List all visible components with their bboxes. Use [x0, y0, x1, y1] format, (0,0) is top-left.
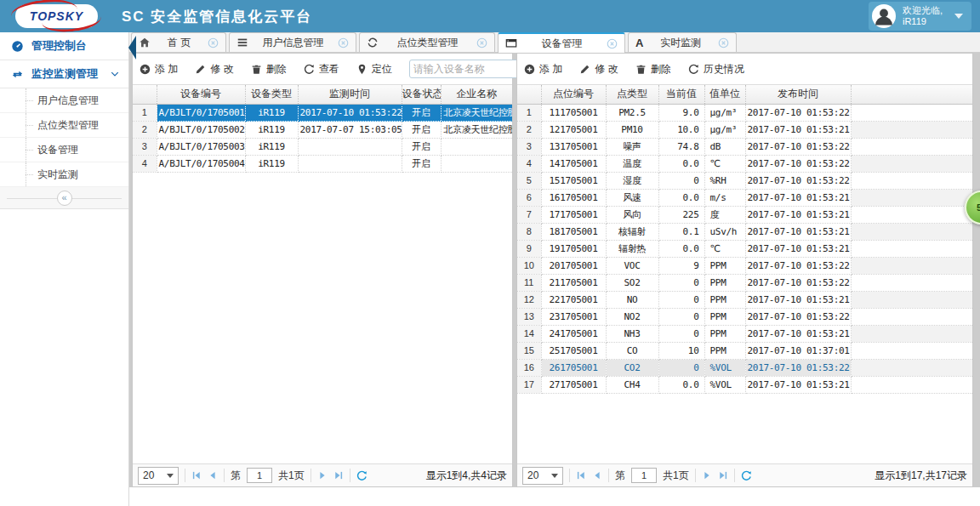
cell: 10.0 — [658, 121, 704, 138]
table-row[interactable]: 11211705001SO20PPM2017-07-10 01:53:22 — [517, 274, 972, 291]
table-row[interactable]: 1A/BJLT/0/1705001iR1192017-07-10 01:53:2… — [133, 104, 512, 121]
cell: 211705001 — [541, 274, 606, 291]
page-size-select[interactable]: 20 — [138, 467, 179, 485]
cell: 0.0 — [658, 189, 704, 206]
table-row[interactable]: 7171705001风向225度2017-07-10 01:53:21 — [517, 206, 972, 223]
cell: 171705001 — [541, 206, 606, 223]
tab-point-type[interactable]: 点位类型管理 — [359, 32, 495, 52]
user-dropdown-caret-icon[interactable] — [954, 14, 963, 19]
table-row[interactable]: 14241705001NH30PPM2017-07-10 01:53:21 — [517, 325, 972, 342]
table-row[interactable]: 9191705001辐射热0.0℃2017-07-10 01:53:21 — [517, 240, 972, 257]
tab-device[interactable]: 设备管理 — [498, 32, 625, 53]
user-menu[interactable]: 欢迎光临, iR119 — [869, 2, 971, 31]
tab-home[interactable]: 首 页 — [131, 32, 226, 52]
list-icon — [236, 37, 248, 48]
edit-button[interactable]: 修 改 — [195, 62, 233, 77]
device-search-input[interactable] — [413, 63, 522, 75]
table-row[interactable]: 5151705001湿度0%RH2017-07-10 01:53:22 — [517, 172, 972, 189]
prev-page-button[interactable] — [592, 470, 602, 480]
cell: 0.1 — [658, 223, 704, 240]
cell: 2017-07-10 01:53:22 — [745, 257, 851, 274]
table-row[interactable]: 12221705001NO0PPM2017-07-10 01:53:21 — [517, 291, 972, 308]
collapse-icon[interactable]: « — [57, 190, 72, 206]
cell: A/BJLT/0/1705004 — [157, 155, 245, 172]
table-row[interactable]: 8181705001核辐射0.1uSv/h2017-07-10 01:53:21 — [517, 223, 972, 240]
tab-close-icon[interactable] — [718, 37, 729, 48]
last-page-button[interactable] — [718, 470, 728, 480]
sidebar-item-device[interactable]: 设备管理 — [0, 138, 128, 162]
cell: 0 — [658, 291, 704, 308]
history-button[interactable]: 历史情况 — [688, 62, 744, 77]
cell: PM10 — [606, 121, 658, 138]
last-page-button[interactable] — [333, 470, 344, 480]
table-row[interactable]: 13231705001NO20PPM2017-07-10 01:53:22 — [517, 308, 972, 325]
content-area: 首 页 用户信息管理 点位类型管理 设备管理 A 实时监测 — [129, 32, 980, 506]
cell-filler — [851, 121, 972, 138]
locate-button[interactable]: 定位 — [356, 62, 392, 77]
cell: PM2.5 — [606, 104, 658, 121]
sidebar-group-console[interactable]: 管理控制台 — [0, 32, 128, 60]
cell: 251705001 — [541, 342, 606, 359]
table-row[interactable]: 17271705001CH40.0%VOL2017-07-10 01:53:21 — [517, 376, 972, 393]
delete-button[interactable]: 删除 — [635, 62, 671, 77]
refresh-icon[interactable] — [356, 470, 368, 481]
cell: iR119 — [245, 138, 298, 155]
table-row[interactable]: 6161705001风速0.0m/s2017-07-10 01:53:21 — [517, 189, 972, 206]
sidebar-collapse-row[interactable]: « — [0, 187, 128, 209]
table-row[interactable]: 1111705001PM2.59.0μg/m³2017-07-10 01:53:… — [517, 104, 972, 121]
first-page-button[interactable] — [576, 470, 586, 480]
cell: 2017-07-10 01:53:21 — [745, 376, 851, 393]
page-size-select[interactable]: 20 — [522, 467, 563, 485]
table-row[interactable]: 2121705001PM1010.0μg/m³2017-07-10 01:53:… — [517, 121, 972, 138]
prev-page-button[interactable] — [208, 470, 218, 480]
table-row[interactable]: 4A/BJLT/0/1705004iR119开启 — [133, 155, 512, 172]
cell: iR119 — [245, 121, 298, 138]
sidebar-collapse-arrow[interactable] — [128, 36, 136, 60]
table-row[interactable]: 3131705001噪声74.8dB2017-07-10 01:53:22 — [517, 138, 972, 155]
cell: 风向 — [606, 206, 658, 223]
tab-user-info[interactable]: 用户信息管理 — [229, 32, 356, 52]
cell: 2017-07-10 01:53:22 — [745, 155, 851, 172]
table-row[interactable]: 15251705001CO10PPM2017-07-10 01:37:01 — [517, 342, 972, 359]
tab-close-icon[interactable] — [208, 37, 219, 48]
cell: %RH — [704, 172, 745, 189]
view-button[interactable]: 查看 — [304, 62, 339, 77]
cell: PPM — [704, 274, 745, 291]
sidebar-item-point-type[interactable]: 点位类型管理 — [0, 113, 128, 138]
tab-close-icon[interactable] — [607, 38, 618, 49]
table-row[interactable]: 16261705001CO20%VOL2017-07-10 01:53:22 — [517, 359, 972, 376]
first-page-button[interactable] — [191, 470, 202, 480]
device-grid-area: 设备编号设备类型监测时间设备状态企业名称1A/BJLT/0/1705001iR1… — [133, 85, 512, 463]
cell: 181705001 — [541, 223, 606, 240]
delete-button[interactable]: 删除 — [251, 62, 287, 77]
cell: 2017-07-10 01:53:22 — [745, 172, 851, 189]
cell: 开启 — [402, 155, 441, 172]
sidebar-group-monitor[interactable]: 监控监测管理 — [0, 60, 128, 88]
add-button[interactable]: 添 加 — [140, 62, 178, 77]
sidebar-item-realtime[interactable]: 实时监测 — [0, 162, 128, 187]
sidebar-item-user-info[interactable]: 用户信息管理 — [0, 88, 128, 113]
page-number-input[interactable] — [247, 468, 272, 483]
row-number-header — [133, 85, 157, 104]
table-row[interactable]: 10201705001VOC9PPM2017-07-10 01:53:22 — [517, 257, 972, 274]
cell: 121705001 — [541, 121, 606, 138]
cell-filler — [851, 240, 972, 257]
page-number-input[interactable] — [631, 468, 657, 483]
sidebar: 管理控制台 监控监测管理 用户信息管理 点位类型管理 设备管理 实时监测 « — [0, 32, 129, 506]
cell-filler — [851, 308, 972, 325]
refresh-icon[interactable] — [741, 470, 752, 481]
table-row[interactable]: 3A/BJLT/0/1705003iR119开启 — [133, 138, 512, 155]
table-row[interactable]: 2A/BJLT/0/1705002iR1192017-07-07 15:03:0… — [133, 121, 512, 138]
edit-button[interactable]: 修 改 — [579, 62, 618, 77]
tab-close-icon[interactable] — [476, 37, 487, 48]
cell: 2017-07-07 15:03:05 — [298, 121, 402, 138]
next-page-button[interactable] — [317, 470, 328, 480]
table-row[interactable]: 4141705001温度0.0℃2017-07-10 01:53:22 — [517, 155, 972, 172]
next-page-button[interactable] — [702, 470, 712, 480]
cell: 74.8 — [658, 138, 704, 155]
chevron-down-icon[interactable] — [110, 69, 120, 79]
add-button[interactable]: 添 加 — [524, 62, 562, 77]
tab-realtime[interactable]: A 实时监测 — [628, 32, 737, 52]
tab-close-icon[interactable] — [338, 37, 349, 48]
cell: μg/m³ — [704, 104, 745, 121]
